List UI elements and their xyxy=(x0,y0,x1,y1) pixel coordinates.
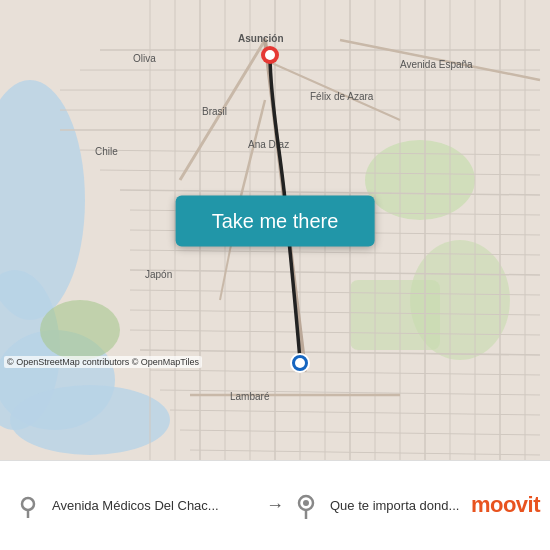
svg-text:Chile: Chile xyxy=(95,146,118,157)
origin-icon xyxy=(12,490,44,522)
destination-text: Que te importa dond... xyxy=(330,498,459,513)
take-me-there-button[interactable]: Take me there xyxy=(176,195,375,246)
svg-text:Félix de Azara: Félix de Azara xyxy=(310,91,374,102)
svg-text:Oliva: Oliva xyxy=(133,53,156,64)
svg-point-63 xyxy=(265,50,275,60)
svg-point-65 xyxy=(295,358,305,368)
map-container: Oliva Asunción Avenida España Brasil Fél… xyxy=(0,0,550,460)
svg-point-67 xyxy=(22,498,34,510)
bottom-bar: Avenida Médicos Del Chac... → Que te imp… xyxy=(0,460,550,550)
moovit-logo: moovit xyxy=(450,460,550,550)
moovit-brand-text: moovit xyxy=(471,492,540,518)
svg-text:Ana Díaz: Ana Díaz xyxy=(248,139,289,150)
svg-text:Japón: Japón xyxy=(145,269,172,280)
svg-text:Asunción: Asunción xyxy=(238,33,284,44)
origin-section[interactable]: Avenida Médicos Del Chac... xyxy=(12,490,260,522)
map-attribution: © OpenStreetMap contributors © OpenMapTi… xyxy=(4,356,202,368)
route-arrow-icon: → xyxy=(266,495,284,516)
svg-point-4 xyxy=(10,385,170,455)
destination-icon xyxy=(290,490,322,522)
svg-point-8 xyxy=(40,300,120,360)
svg-point-5 xyxy=(365,140,475,220)
svg-text:Avenida España: Avenida España xyxy=(400,59,473,70)
svg-text:Lambaré: Lambaré xyxy=(230,391,270,402)
svg-rect-7 xyxy=(350,280,440,350)
origin-text: Avenida Médicos Del Chac... xyxy=(52,498,219,513)
svg-point-70 xyxy=(303,500,309,506)
svg-text:Brasil: Brasil xyxy=(202,106,227,117)
